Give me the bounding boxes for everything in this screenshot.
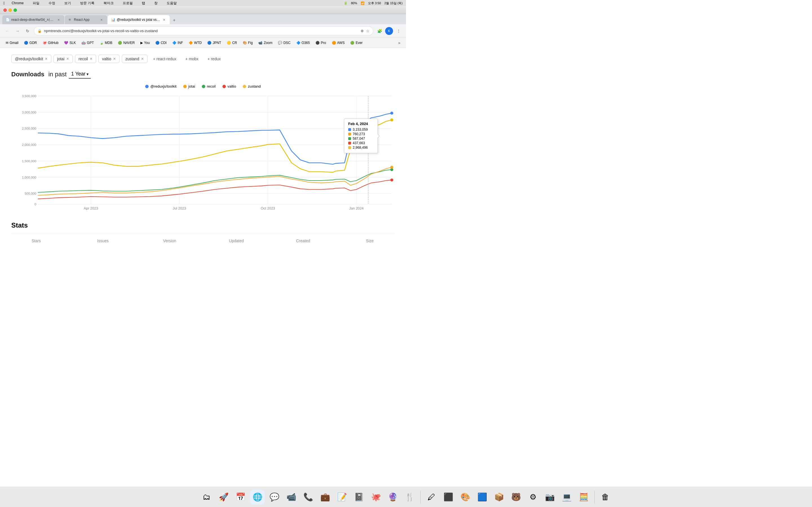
refresh-button[interactable]: ↻ [24, 27, 32, 35]
menu-window[interactable]: 창 [152, 0, 160, 6]
tab-react-deep-dive[interactable]: 📄 react-deep-dive/4w/04_서버... ✕ [2, 15, 64, 24]
bookmark-star-icon[interactable]: ☆ [366, 29, 370, 33]
bookmark-fig[interactable]: 🎨 Fig [241, 40, 255, 46]
menu-history[interactable]: 방문 기록 [78, 0, 97, 6]
period-selector[interactable]: 1 Year ▾ [69, 70, 91, 78]
bookmark-slk[interactable]: 💜 SLK [62, 40, 78, 46]
url-bar[interactable]: 🔒 npmtrends.com/@reduxjs/toolkit-vs-jota… [34, 26, 373, 36]
tooltip-row-recoil: 587,047 [348, 136, 373, 140]
pkg-tag-recoil[interactable]: recoil ✕ [75, 55, 96, 63]
bookmark-label-naver: NAVER [123, 41, 135, 45]
menu-help[interactable]: 도움말 [164, 0, 179, 6]
fullscreen-button[interactable] [13, 8, 17, 12]
legend-item-zustand: zustand [243, 84, 261, 89]
pkg-name-redux-toolkit: @reduxjs/toolkit [15, 57, 43, 61]
bookmark-you[interactable]: ▶ You [138, 40, 152, 46]
pkg-remove-recoil[interactable]: ✕ [90, 57, 93, 61]
inf-icon: 🔷 [172, 41, 176, 45]
stats-col-size: Size [345, 238, 395, 243]
tooltip-color-valtio [348, 142, 351, 145]
pkg-add-mobx[interactable]: + mobx [182, 55, 202, 63]
pkg-remove-redux-toolkit[interactable]: ✕ [45, 57, 48, 61]
pkg-tag-redux-toolkit[interactable]: @reduxjs/toolkit ✕ [11, 55, 51, 63]
apple-menu[interactable]:  [3, 1, 5, 5]
tab-react-app[interactable]: ⚛ React App ✕ [65, 15, 107, 24]
bookmark-label-zoom: Zoom [264, 41, 272, 45]
forward-button[interactable]: → [13, 27, 21, 35]
aws-icon: 🟠 [332, 41, 336, 45]
pkg-remove-jotai[interactable]: ✕ [66, 57, 69, 61]
menu-tab[interactable]: 탭 [140, 0, 147, 6]
stats-columns-header: Stars Issues Version Updated Created Siz… [11, 234, 395, 243]
pkg-remove-valtio[interactable]: ✕ [113, 57, 116, 61]
bookmarks-more[interactable]: » [396, 40, 403, 46]
chrome-menu-icon[interactable]: ⋮ [395, 27, 403, 35]
stats-col-version: Version [145, 238, 195, 243]
bookmark-inf[interactable]: 🔷 INF [170, 40, 185, 46]
tab-close-1[interactable]: ✕ [56, 17, 61, 22]
pkg-add-react-redux[interactable]: + react-redux [150, 55, 180, 63]
menu-file[interactable]: 파일 [31, 0, 42, 6]
wtd-icon: 🔶 [189, 41, 193, 45]
o365-icon: 🔷 [296, 41, 301, 45]
tab-bar: 📄 react-deep-dive/4w/04_서버... ✕ ⚛ React … [0, 14, 406, 24]
tooltip-color-redux [348, 128, 351, 131]
extensions-icon[interactable]: 🧩 [375, 27, 384, 35]
pkg-tag-jotai[interactable]: jotai ✕ [54, 55, 73, 63]
tab-close-2[interactable]: ✕ [99, 17, 104, 22]
bookmark-ever[interactable]: 🟢 Ever [348, 40, 365, 46]
pkg-add-redux[interactable]: + redux [204, 55, 224, 63]
menu-bookmarks[interactable]: 북마크 [101, 0, 116, 6]
cr-icon: 🟡 [227, 41, 231, 45]
app-menu-chrome[interactable]: Chrome [9, 1, 26, 6]
bookmark-label-aws: AWS [337, 41, 345, 45]
chart-tooltip: Feb 4, 2024 3,153,059 760,273 587,047 43… [344, 119, 378, 153]
battery-icon: 🔋 [344, 1, 348, 5]
gdr-icon: 🔵 [24, 41, 28, 45]
bookmark-cr[interactable]: 🟡 CR [224, 40, 239, 46]
pkg-tag-valtio[interactable]: valtio ✕ [98, 55, 119, 63]
bookmark-o365[interactable]: 🔷 O365 [294, 40, 312, 46]
translate-icon[interactable]: ⊕ [361, 29, 364, 33]
bookmark-label-gdr: GDR [29, 41, 37, 45]
bookmark-zoom[interactable]: 📹 Zoom [256, 40, 274, 46]
pkg-remove-zustand[interactable]: ✕ [141, 57, 144, 61]
system-status-bar: 🔋 80% 📶 오후 3:50 2월 15일 (목) [344, 1, 403, 5]
system-left-menu:  Chrome 파일 수정 보기 방문 기록 북마크 프로필 탭 창 도움말 [3, 0, 179, 6]
bookmark-mdb[interactable]: 🍃 MDB [97, 40, 115, 46]
close-button[interactable] [3, 8, 7, 12]
bookmark-pro[interactable]: ⚫ Pro [313, 40, 328, 46]
svg-text:1,500,000: 1,500,000 [22, 159, 36, 163]
bookmark-github[interactable]: 🐙 GitHub [40, 40, 61, 46]
endpoint-redux [390, 112, 393, 115]
pkg-add-label-react-redux: + react-redux [153, 57, 176, 61]
pkg-tag-zustand[interactable]: zustand ✕ [122, 55, 147, 63]
bookmark-wtd[interactable]: 🔶 WTD [186, 40, 204, 46]
bookmark-gdr[interactable]: 🔵 GDR [22, 40, 39, 46]
address-bar-icons: 🧩 K ⋮ [375, 27, 403, 35]
minimize-button[interactable] [8, 8, 12, 12]
bookmark-dsc[interactable]: 💬 DSC [276, 40, 293, 46]
menu-view[interactable]: 보기 [62, 0, 73, 6]
stats-col-stars: Stars [11, 238, 61, 243]
bookmark-cdi[interactable]: 🔵 CDI [153, 40, 169, 46]
tab-close-3[interactable]: ✕ [162, 17, 166, 22]
stats-section: Stats Stars Issues Version Updated Creat… [11, 221, 395, 243]
bookmark-naver[interactable]: 🟢 NAVER [116, 40, 137, 46]
legend-label-jotai: jotai [188, 84, 195, 89]
bookmark-jpnt[interactable]: 🔵 JPNT [205, 40, 223, 46]
tooltip-value-valtio: 437,663 [353, 141, 365, 145]
bookmark-aws[interactable]: 🟠 AWS [329, 40, 347, 46]
back-button[interactable]: ← [3, 27, 11, 35]
tab-npmtrends[interactable]: 📊 @reduxjs/toolkit vs jotai vs re... ✕ [108, 15, 170, 24]
chart-container: .y-label { font-size: 11px; fill: #888; … [11, 92, 395, 210]
bookmark-gmail[interactable]: ✉ Gmail [3, 40, 20, 46]
menu-profile[interactable]: 프로필 [120, 0, 135, 6]
menu-edit[interactable]: 수정 [46, 0, 57, 6]
svg-text:1,000,000: 1,000,000 [22, 176, 36, 179]
bookmark-gpt[interactable]: 🤖 GPT [79, 40, 96, 46]
tooltip-row-valtio: 437,663 [348, 141, 373, 145]
period-value: 1 Year [71, 71, 86, 77]
new-tab-button[interactable]: + [170, 16, 178, 24]
profile-icon[interactable]: K [385, 27, 393, 35]
